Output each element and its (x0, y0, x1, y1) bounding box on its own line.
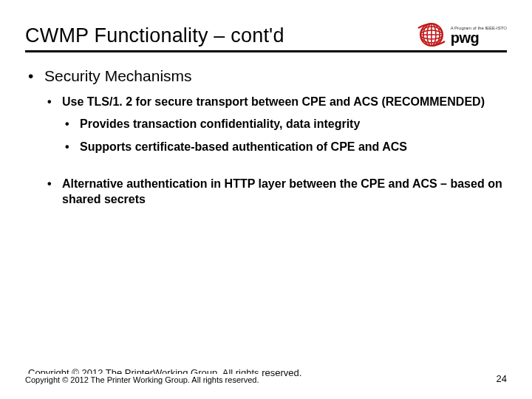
logo-text: A Program of the IEEE-ISTO pwg (451, 26, 507, 44)
list-item: Security Mechanisms Use TLS/1. 2 for sec… (25, 67, 507, 208)
item-text: Alternative authentication in HTTP layer… (62, 177, 502, 206)
globe-icon (417, 22, 446, 47)
list-item: Use TLS/1. 2 for secure transport betwee… (44, 94, 507, 155)
heading-text: Security Mechanisms (44, 67, 192, 84)
content-area: Security Mechanisms Use TLS/1. 2 for sec… (25, 52, 507, 208)
footer: Copyright © 2012 The PrinterWorking Grou… (0, 373, 532, 384)
spacer (44, 163, 507, 176)
list-item: Supports certificate-based authenticatio… (62, 139, 507, 155)
bullet-list-lvl3: Provides transaction confidentiality, da… (62, 116, 507, 155)
bullet-list-lvl1: Security Mechanisms Use TLS/1. 2 for sec… (25, 67, 507, 208)
slide-title: CWMP Functionality – cont'd (25, 24, 284, 49)
page-number: 24 (497, 373, 507, 384)
item-text: Supports certificate-based authenticatio… (80, 140, 407, 153)
footer-left: Copyright © 2012 The PrinterWorking Grou… (25, 374, 259, 384)
copyright-text: Copyright © 2012 The Printer Working Gro… (25, 374, 259, 384)
item-text: Provides transaction confidentiality, da… (80, 117, 360, 130)
logo-main-text: pwg (451, 31, 507, 44)
slide: CWMP Functionality – cont'd (0, 0, 532, 399)
list-item: Alternative authentication in HTTP layer… (44, 176, 507, 208)
pwg-logo: A Program of the IEEE-ISTO pwg (417, 22, 507, 49)
item-text: Use TLS/1. 2 for secure transport betwee… (62, 95, 485, 108)
header-row: CWMP Functionality – cont'd (25, 22, 507, 49)
bullet-list-lvl2: Use TLS/1. 2 for secure transport betwee… (44, 94, 507, 208)
list-item: Provides transaction confidentiality, da… (62, 116, 507, 132)
